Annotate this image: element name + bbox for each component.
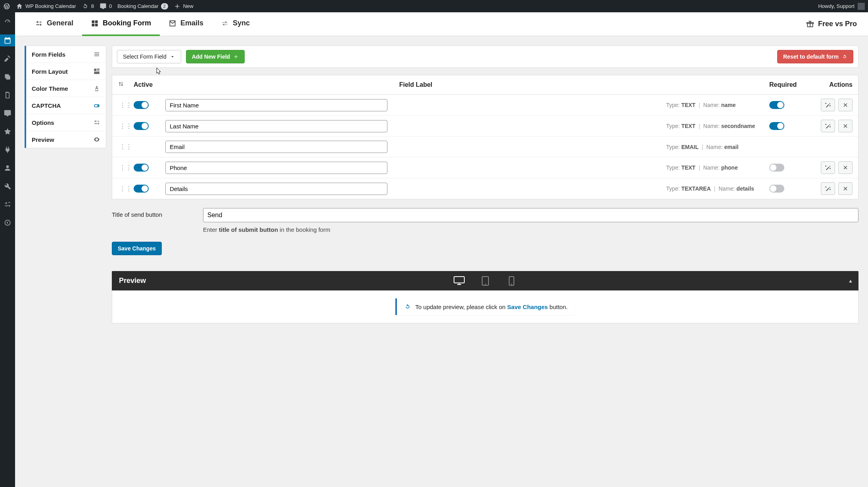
th-required: Required (769, 81, 809, 88)
drag-handle-icon[interactable]: ⋮⋮ (118, 164, 134, 172)
sliders-icon (35, 19, 43, 27)
menu-appearance[interactable] (0, 126, 15, 138)
text-color-icon (93, 85, 100, 92)
layout-icon (93, 68, 100, 75)
required-toggle[interactable] (769, 185, 784, 193)
add-new-field-button[interactable]: Add New Field (186, 50, 245, 63)
tab-sync[interactable]: Sync (212, 12, 259, 36)
menu-plugins[interactable] (0, 144, 15, 156)
menu-media[interactable] (0, 71, 15, 83)
site-home[interactable]: WP Booking Calendar (16, 3, 76, 10)
gift-icon (806, 20, 814, 28)
tab-emails[interactable]: Emails (160, 12, 212, 36)
account-menu[interactable]: Howdy, Support (818, 3, 865, 10)
tab-booking-form[interactable]: Booking Form (82, 12, 160, 36)
menu-settings[interactable] (0, 199, 15, 210)
active-toggle[interactable] (134, 185, 149, 193)
menu-booking[interactable] (0, 34, 15, 46)
field-label-input[interactable] (165, 120, 387, 132)
preview-header: Preview ▲ (112, 271, 858, 290)
preview-device-desktop[interactable] (451, 275, 467, 287)
sidenav-options[interactable]: Options (26, 114, 106, 131)
comments-count: 0 (109, 3, 112, 9)
select-form-field-dropdown[interactable]: Select Form Field (117, 50, 181, 63)
th-field-label: Field Label (165, 81, 666, 88)
svg-point-2 (97, 105, 99, 107)
drag-handle-icon[interactable]: ⋮⋮ (118, 143, 134, 151)
wand-icon (825, 185, 831, 192)
menu-tools[interactable] (0, 180, 15, 192)
wp-logo[interactable] (3, 3, 10, 10)
preview-device-mobile[interactable] (504, 275, 519, 287)
required-toggle[interactable] (769, 122, 784, 130)
site-title: WP Booking Calendar (25, 3, 76, 9)
preview-title: Preview (119, 277, 146, 285)
drag-handle-icon[interactable]: ⋮⋮ (118, 101, 134, 109)
table-row: ⋮⋮Type: TEXT|Name: secondname (112, 116, 858, 137)
toggle-on-icon (93, 102, 100, 109)
comments[interactable]: 0 (100, 3, 112, 10)
new-link[interactable]: New (174, 3, 194, 10)
menu-pages[interactable] (0, 89, 15, 101)
preview-notice: To update preview, please click on Save … (395, 298, 575, 315)
sync-icon (221, 19, 229, 27)
field-label-input[interactable] (165, 141, 387, 153)
send-button-title-input[interactable] (203, 208, 858, 222)
table-row: ⋮⋮Type: TEXT|Name: name (112, 95, 858, 116)
close-icon (842, 123, 849, 129)
menu-users[interactable] (0, 162, 15, 174)
sidenav-captcha[interactable]: CAPTCHA (26, 97, 106, 114)
active-toggle[interactable] (134, 101, 149, 109)
delete-button[interactable] (838, 161, 853, 174)
sidenav-form-fields[interactable]: Form Fields (26, 46, 106, 63)
wand-icon (825, 102, 831, 108)
updates-count: 8 (91, 3, 94, 9)
menu-comments[interactable] (0, 107, 15, 119)
sort-icon[interactable] (118, 81, 134, 89)
menu-dashboard[interactable] (0, 16, 15, 28)
reset-default-button[interactable]: Reset to default form (777, 50, 853, 63)
eye-icon (93, 136, 100, 143)
preview-collapse-toggle[interactable]: ▲ (848, 278, 853, 284)
menu-posts[interactable] (0, 53, 15, 65)
required-toggle[interactable] (769, 164, 784, 172)
drag-handle-icon[interactable]: ⋮⋮ (118, 122, 134, 130)
menu-collapse[interactable] (0, 217, 15, 229)
delete-button[interactable] (838, 120, 853, 132)
sidenav-preview[interactable]: Preview (26, 131, 106, 148)
free-vs-pro-link[interactable]: Free vs Pro (806, 20, 857, 28)
booking-calendar-link[interactable]: Booking Calendar 2 (117, 3, 168, 10)
save-changes-button[interactable]: Save Changes (112, 242, 162, 255)
drag-handle-icon[interactable]: ⋮⋮ (118, 185, 134, 193)
required-toggle[interactable] (769, 101, 784, 109)
tab-general[interactable]: General (26, 12, 82, 36)
field-label-input[interactable] (165, 183, 387, 195)
close-icon (842, 164, 849, 171)
edit-button[interactable] (821, 182, 835, 195)
send-button-hint: Enter title of submit button in the book… (203, 226, 858, 233)
send-button-title-setting: Title of send button Enter title of subm… (112, 208, 858, 233)
preview-device-tablet[interactable] (477, 275, 493, 287)
edit-button[interactable] (821, 161, 835, 174)
sidenav-color-theme[interactable]: Color Theme (26, 80, 106, 97)
field-label-input[interactable] (165, 99, 387, 111)
updates[interactable]: 8 (82, 3, 94, 10)
field-label-input[interactable] (165, 162, 387, 174)
delete-button[interactable] (838, 182, 853, 195)
delete-button[interactable] (838, 99, 853, 111)
plus-icon (233, 54, 239, 59)
howdy-text: Howdy, Support (818, 3, 855, 9)
preview-save-link[interactable]: Save Changes (507, 304, 548, 310)
edit-button[interactable] (821, 120, 835, 132)
list-icon (93, 51, 100, 58)
field-meta: Type: EMAIL|Name: email (666, 144, 769, 150)
sidenav-form-layout[interactable]: Form Layout (26, 63, 106, 80)
field-meta: Type: TEXT|Name: phone (666, 164, 769, 171)
edit-button[interactable] (821, 99, 835, 111)
active-toggle[interactable] (134, 164, 149, 172)
chevron-down-icon (170, 54, 175, 59)
avatar (858, 3, 865, 10)
fields-table: Active Field Label Required Actions ⋮⋮Ty… (112, 75, 858, 199)
active-toggle[interactable] (134, 122, 149, 130)
field-actions-bar: Select Form Field Add New Field Reset to… (112, 46, 858, 68)
